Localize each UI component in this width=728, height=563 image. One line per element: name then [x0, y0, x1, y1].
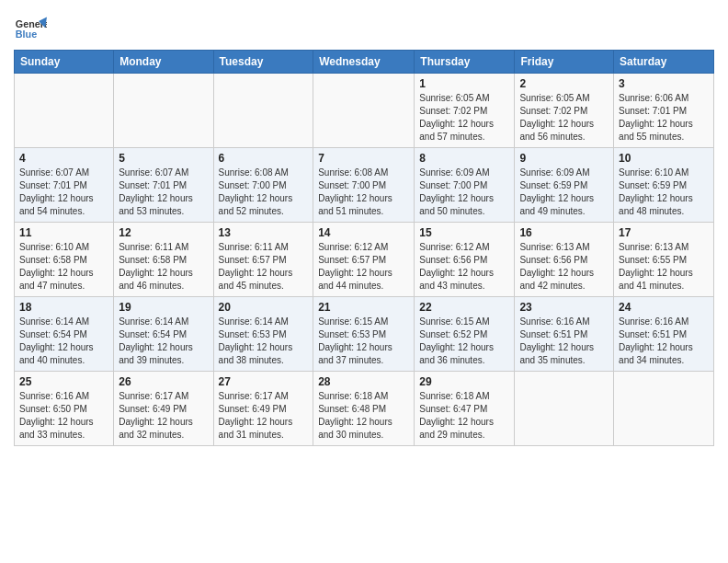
day-number: 12	[119, 226, 208, 239]
logo: General Blue	[14, 13, 47, 46]
calendar-cell: 27Sunrise: 6:17 AMSunset: 6:49 PMDayligh…	[213, 372, 313, 446]
day-info: Sunrise: 6:16 AMSunset: 6:50 PMDaylight:…	[19, 390, 108, 442]
day-number: 6	[219, 152, 309, 165]
calendar-header-row: SundayMondayTuesdayWednesdayThursdayFrid…	[15, 51, 714, 74]
day-info: Sunrise: 6:15 AMSunset: 6:52 PMDaylight:…	[419, 316, 509, 367]
day-number: 17	[619, 226, 709, 239]
day-info: Sunrise: 6:17 AMSunset: 6:49 PMDaylight:…	[219, 390, 309, 442]
day-info: Sunrise: 6:17 AMSunset: 6:49 PMDaylight:…	[119, 390, 208, 442]
calendar-header-sunday: Sunday	[15, 51, 114, 74]
calendar-week-row: 18Sunrise: 6:14 AMSunset: 6:54 PMDayligh…	[15, 297, 714, 372]
day-number: 14	[318, 226, 409, 239]
day-number: 11	[19, 226, 108, 239]
day-info: Sunrise: 6:18 AMSunset: 6:48 PMDaylight:…	[318, 390, 409, 442]
day-number: 3	[619, 77, 709, 90]
day-info: Sunrise: 6:13 AMSunset: 6:55 PMDaylight:…	[619, 241, 709, 293]
day-number: 20	[219, 301, 309, 314]
calendar-cell: 19Sunrise: 6:14 AMSunset: 6:54 PMDayligh…	[114, 297, 213, 372]
day-number: 26	[119, 375, 208, 388]
calendar-cell	[313, 74, 415, 148]
day-number: 25	[19, 375, 108, 388]
calendar-table: SundayMondayTuesdayWednesdayThursdayFrid…	[14, 50, 714, 446]
day-number: 4	[19, 152, 108, 165]
calendar-cell: 22Sunrise: 6:15 AMSunset: 6:52 PMDayligh…	[415, 297, 515, 372]
day-info: Sunrise: 6:07 AMSunset: 7:01 PMDaylight:…	[19, 167, 108, 218]
day-number: 28	[318, 375, 409, 388]
calendar-cell: 20Sunrise: 6:14 AMSunset: 6:53 PMDayligh…	[213, 297, 313, 372]
calendar-header-saturday: Saturday	[614, 51, 714, 74]
calendar-cell: 16Sunrise: 6:13 AMSunset: 6:56 PMDayligh…	[515, 223, 614, 297]
calendar-cell	[15, 74, 114, 148]
day-number: 10	[619, 152, 709, 165]
day-number: 5	[119, 152, 208, 165]
calendar-cell: 2Sunrise: 6:05 AMSunset: 7:02 PMDaylight…	[515, 74, 614, 148]
calendar-cell: 7Sunrise: 6:08 AMSunset: 7:00 PMDaylight…	[313, 148, 415, 223]
calendar-cell: 15Sunrise: 6:12 AMSunset: 6:56 PMDayligh…	[415, 223, 515, 297]
calendar-cell	[213, 74, 313, 148]
day-number: 1	[419, 77, 509, 90]
day-info: Sunrise: 6:08 AMSunset: 7:00 PMDaylight:…	[318, 167, 409, 218]
calendar-cell: 23Sunrise: 6:16 AMSunset: 6:51 PMDayligh…	[515, 297, 614, 372]
day-number: 27	[219, 375, 309, 388]
day-info: Sunrise: 6:12 AMSunset: 6:57 PMDaylight:…	[318, 241, 409, 293]
calendar-cell	[515, 372, 614, 446]
day-number: 15	[419, 226, 509, 239]
calendar-cell: 6Sunrise: 6:08 AMSunset: 7:00 PMDaylight…	[213, 148, 313, 223]
day-info: Sunrise: 6:07 AMSunset: 7:01 PMDaylight:…	[119, 167, 208, 218]
day-number: 2	[519, 77, 609, 90]
page-header: General Blue	[14, 9, 714, 46]
day-info: Sunrise: 6:05 AMSunset: 7:02 PMDaylight:…	[419, 92, 509, 144]
day-info: Sunrise: 6:13 AMSunset: 6:56 PMDaylight:…	[519, 241, 609, 293]
day-info: Sunrise: 6:08 AMSunset: 7:00 PMDaylight:…	[219, 167, 309, 218]
calendar-header-thursday: Thursday	[415, 51, 515, 74]
day-info: Sunrise: 6:14 AMSunset: 6:53 PMDaylight:…	[219, 316, 309, 367]
calendar-cell: 11Sunrise: 6:10 AMSunset: 6:58 PMDayligh…	[15, 223, 114, 297]
calendar-cell: 10Sunrise: 6:10 AMSunset: 6:59 PMDayligh…	[614, 148, 714, 223]
calendar-cell: 29Sunrise: 6:18 AMSunset: 6:47 PMDayligh…	[415, 372, 515, 446]
day-info: Sunrise: 6:10 AMSunset: 6:59 PMDaylight:…	[619, 167, 709, 218]
day-info: Sunrise: 6:11 AMSunset: 6:57 PMDaylight:…	[219, 241, 309, 293]
calendar-cell: 17Sunrise: 6:13 AMSunset: 6:55 PMDayligh…	[614, 223, 714, 297]
day-number: 9	[519, 152, 609, 165]
calendar-week-row: 11Sunrise: 6:10 AMSunset: 6:58 PMDayligh…	[15, 223, 714, 297]
calendar-cell	[114, 74, 213, 148]
day-number: 7	[318, 152, 409, 165]
calendar-header-monday: Monday	[114, 51, 213, 74]
calendar-week-row: 1Sunrise: 6:05 AMSunset: 7:02 PMDaylight…	[15, 74, 714, 148]
day-number: 29	[419, 375, 509, 388]
day-number: 18	[19, 301, 108, 314]
day-number: 21	[318, 301, 409, 314]
calendar-cell: 3Sunrise: 6:06 AMSunset: 7:01 PMDaylight…	[614, 74, 714, 148]
day-info: Sunrise: 6:16 AMSunset: 6:51 PMDaylight:…	[619, 316, 709, 367]
calendar-header-wednesday: Wednesday	[313, 51, 415, 74]
calendar-cell: 8Sunrise: 6:09 AMSunset: 7:00 PMDaylight…	[415, 148, 515, 223]
day-info: Sunrise: 6:15 AMSunset: 6:53 PMDaylight:…	[318, 316, 409, 367]
calendar-cell: 12Sunrise: 6:11 AMSunset: 6:58 PMDayligh…	[114, 223, 213, 297]
day-info: Sunrise: 6:16 AMSunset: 6:51 PMDaylight:…	[519, 316, 609, 367]
calendar-cell: 1Sunrise: 6:05 AMSunset: 7:02 PMDaylight…	[415, 74, 515, 148]
calendar-cell	[614, 372, 714, 446]
day-info: Sunrise: 6:06 AMSunset: 7:01 PMDaylight:…	[619, 92, 709, 144]
day-number: 19	[119, 301, 208, 314]
day-number: 16	[519, 226, 609, 239]
calendar-cell: 13Sunrise: 6:11 AMSunset: 6:57 PMDayligh…	[213, 223, 313, 297]
calendar-cell: 9Sunrise: 6:09 AMSunset: 6:59 PMDaylight…	[515, 148, 614, 223]
calendar-cell: 21Sunrise: 6:15 AMSunset: 6:53 PMDayligh…	[313, 297, 415, 372]
calendar-cell: 18Sunrise: 6:14 AMSunset: 6:54 PMDayligh…	[15, 297, 114, 372]
day-number: 22	[419, 301, 509, 314]
calendar-cell: 24Sunrise: 6:16 AMSunset: 6:51 PMDayligh…	[614, 297, 714, 372]
day-number: 24	[619, 301, 709, 314]
calendar-cell: 4Sunrise: 6:07 AMSunset: 7:01 PMDaylight…	[15, 148, 114, 223]
day-number: 13	[219, 226, 309, 239]
day-info: Sunrise: 6:10 AMSunset: 6:58 PMDaylight:…	[19, 241, 108, 293]
calendar-header-tuesday: Tuesday	[213, 51, 313, 74]
calendar-cell: 28Sunrise: 6:18 AMSunset: 6:48 PMDayligh…	[313, 372, 415, 446]
svg-text:Blue: Blue	[16, 29, 37, 40]
calendar-cell: 14Sunrise: 6:12 AMSunset: 6:57 PMDayligh…	[313, 223, 415, 297]
calendar-week-row: 25Sunrise: 6:16 AMSunset: 6:50 PMDayligh…	[15, 372, 714, 446]
calendar-cell: 26Sunrise: 6:17 AMSunset: 6:49 PMDayligh…	[114, 372, 213, 446]
day-number: 8	[419, 152, 509, 165]
day-info: Sunrise: 6:14 AMSunset: 6:54 PMDaylight:…	[119, 316, 208, 367]
calendar-cell: 5Sunrise: 6:07 AMSunset: 7:01 PMDaylight…	[114, 148, 213, 223]
calendar-cell: 25Sunrise: 6:16 AMSunset: 6:50 PMDayligh…	[15, 372, 114, 446]
